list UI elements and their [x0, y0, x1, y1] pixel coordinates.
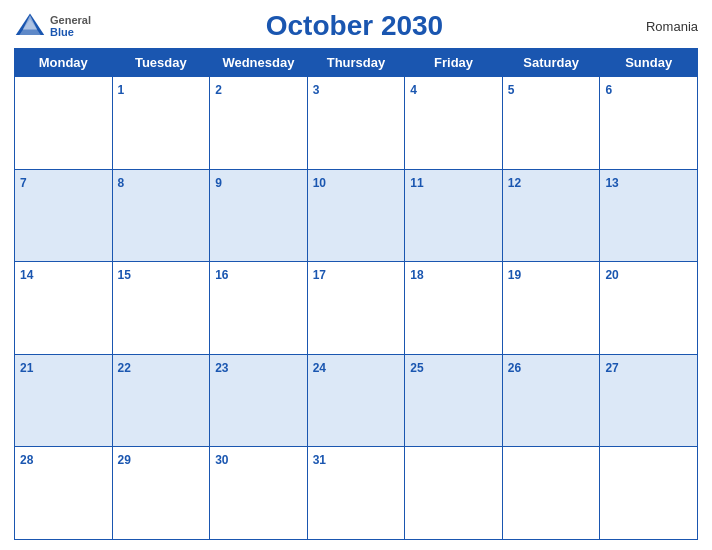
calendar-week-row: 21222324252627 — [15, 354, 698, 447]
calendar-cell: 12 — [502, 169, 600, 262]
calendar-cell: 28 — [15, 447, 113, 540]
day-number: 17 — [313, 268, 326, 282]
header-sunday: Sunday — [600, 49, 698, 77]
day-number: 16 — [215, 268, 228, 282]
day-number: 13 — [605, 176, 618, 190]
day-number: 12 — [508, 176, 521, 190]
calendar-page: General Blue October 2030 Romania Monday… — [0, 0, 712, 550]
calendar-cell: 26 — [502, 354, 600, 447]
calendar-cell: 9 — [210, 169, 308, 262]
calendar-week-row: 14151617181920 — [15, 262, 698, 355]
day-number: 8 — [118, 176, 125, 190]
calendar-cell: 29 — [112, 447, 210, 540]
calendar-week-row: 123456 — [15, 77, 698, 170]
calendar-cell: 20 — [600, 262, 698, 355]
day-number: 22 — [118, 361, 131, 375]
logo-blue-label: Blue — [50, 26, 91, 38]
calendar-table: Monday Tuesday Wednesday Thursday Friday… — [14, 48, 698, 540]
header-wednesday: Wednesday — [210, 49, 308, 77]
day-number: 5 — [508, 83, 515, 97]
calendar-week-row: 78910111213 — [15, 169, 698, 262]
calendar-title: October 2030 — [91, 10, 618, 42]
day-number: 9 — [215, 176, 222, 190]
calendar-cell: 31 — [307, 447, 405, 540]
day-number: 29 — [118, 453, 131, 467]
logo-text: General Blue — [50, 14, 91, 38]
calendar-cell — [15, 77, 113, 170]
day-number: 15 — [118, 268, 131, 282]
calendar-cell: 25 — [405, 354, 503, 447]
header-tuesday: Tuesday — [112, 49, 210, 77]
calendar-week-row: 28293031 — [15, 447, 698, 540]
day-number: 18 — [410, 268, 423, 282]
calendar-cell: 13 — [600, 169, 698, 262]
calendar-cell — [502, 447, 600, 540]
calendar-cell: 3 — [307, 77, 405, 170]
day-number: 2 — [215, 83, 222, 97]
generalblue-logo-icon — [14, 10, 46, 42]
calendar-cell: 7 — [15, 169, 113, 262]
calendar-cell: 23 — [210, 354, 308, 447]
calendar-cell: 27 — [600, 354, 698, 447]
calendar-cell: 15 — [112, 262, 210, 355]
day-number: 24 — [313, 361, 326, 375]
logo-general-label: General — [50, 14, 91, 26]
weekday-header-row: Monday Tuesday Wednesday Thursday Friday… — [15, 49, 698, 77]
day-number: 26 — [508, 361, 521, 375]
day-number: 14 — [20, 268, 33, 282]
calendar-cell: 16 — [210, 262, 308, 355]
calendar-cell: 4 — [405, 77, 503, 170]
day-number: 4 — [410, 83, 417, 97]
day-number: 19 — [508, 268, 521, 282]
day-number: 1 — [118, 83, 125, 97]
day-number: 28 — [20, 453, 33, 467]
day-number: 6 — [605, 83, 612, 97]
calendar-cell: 17 — [307, 262, 405, 355]
day-number: 3 — [313, 83, 320, 97]
day-number: 27 — [605, 361, 618, 375]
country-label: Romania — [618, 19, 698, 34]
day-number: 31 — [313, 453, 326, 467]
day-number: 10 — [313, 176, 326, 190]
calendar-cell: 19 — [502, 262, 600, 355]
header: General Blue October 2030 Romania — [14, 10, 698, 42]
day-number: 30 — [215, 453, 228, 467]
day-number: 20 — [605, 268, 618, 282]
calendar-cell: 2 — [210, 77, 308, 170]
calendar-cell: 6 — [600, 77, 698, 170]
calendar-cell: 10 — [307, 169, 405, 262]
day-number: 7 — [20, 176, 27, 190]
header-saturday: Saturday — [502, 49, 600, 77]
day-number: 23 — [215, 361, 228, 375]
calendar-cell: 1 — [112, 77, 210, 170]
calendar-cell: 21 — [15, 354, 113, 447]
calendar-cell: 8 — [112, 169, 210, 262]
day-number: 25 — [410, 361, 423, 375]
calendar-cell: 24 — [307, 354, 405, 447]
calendar-cell: 30 — [210, 447, 308, 540]
header-thursday: Thursday — [307, 49, 405, 77]
header-monday: Monday — [15, 49, 113, 77]
calendar-cell: 22 — [112, 354, 210, 447]
header-friday: Friday — [405, 49, 503, 77]
calendar-cell: 5 — [502, 77, 600, 170]
logo: General Blue — [14, 10, 91, 42]
calendar-cell — [405, 447, 503, 540]
calendar-cell: 11 — [405, 169, 503, 262]
calendar-cell: 14 — [15, 262, 113, 355]
calendar-cell — [600, 447, 698, 540]
day-number: 21 — [20, 361, 33, 375]
day-number: 11 — [410, 176, 423, 190]
calendar-cell: 18 — [405, 262, 503, 355]
